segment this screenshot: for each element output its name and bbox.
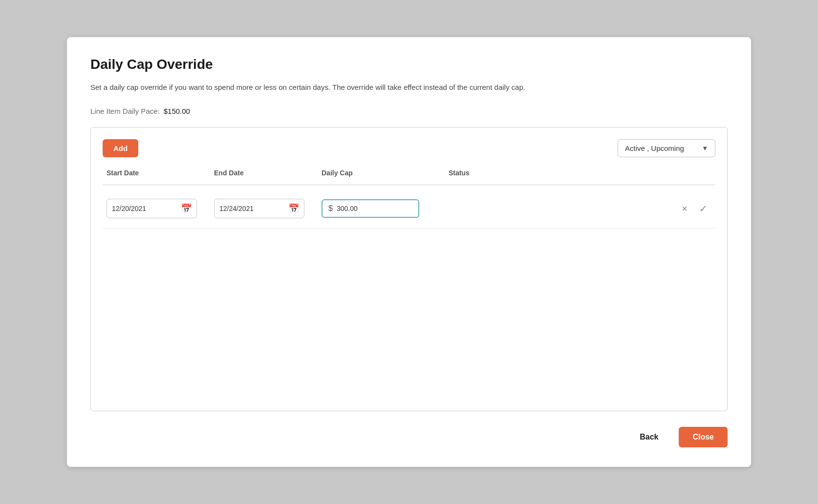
line-item-label: Line Item Daily Pace: — [90, 107, 160, 115]
table-toolbar: Add Active , Upcoming ▼ — [103, 139, 715, 157]
cell-daily-cap: $ — [318, 197, 445, 220]
line-item-value: $150.00 — [164, 107, 190, 115]
table-header: Start Date End Date Daily Cap Status — [103, 167, 715, 185]
cell-start-date: 12/20/2021 📅 — [103, 197, 210, 220]
header-status: Status — [445, 167, 542, 179]
end-date-value: 12/24/2021 — [219, 205, 284, 212]
close-button[interactable]: Close — [679, 427, 728, 447]
header-actions — [542, 167, 715, 179]
confirm-row-button[interactable]: ✓ — [699, 204, 708, 213]
status-filter-value: Active , Upcoming — [625, 144, 684, 152]
cell-end-date: 12/24/2021 📅 — [210, 197, 318, 220]
start-date-value: 12/20/2021 — [112, 205, 177, 212]
header-end-date: End Date — [210, 167, 318, 179]
cell-actions: × ✓ — [542, 202, 715, 215]
back-button[interactable]: Back — [631, 428, 667, 446]
cancel-row-button[interactable]: × — [682, 204, 688, 213]
header-start-date: Start Date — [103, 167, 210, 179]
calendar-icon-end[interactable]: 📅 — [288, 203, 299, 214]
add-button[interactable]: Add — [103, 139, 138, 157]
calendar-icon-start[interactable]: 📅 — [181, 203, 192, 214]
modal-description: Set a daily cap override if you want to … — [90, 82, 728, 93]
status-filter-dropdown[interactable]: Active , Upcoming ▼ — [618, 139, 715, 157]
daily-cap-input[interactable] — [337, 205, 412, 212]
table-row: 12/20/2021 📅 12/24/2021 📅 $ × ✓ — [103, 189, 715, 229]
chevron-down-icon: ▼ — [702, 145, 708, 152]
modal-title: Daily Cap Override — [90, 57, 728, 72]
line-item-info: Line Item Daily Pace: $150.00 — [90, 107, 728, 115]
end-date-input[interactable]: 12/24/2021 📅 — [214, 199, 304, 218]
header-daily-cap: Daily Cap — [318, 167, 445, 179]
table-container: Add Active , Upcoming ▼ Start Date End D… — [90, 127, 728, 412]
modal-footer: Back Close — [90, 427, 728, 447]
start-date-input[interactable]: 12/20/2021 📅 — [107, 199, 197, 218]
daily-cap-override-modal: Daily Cap Override Set a daily cap overr… — [67, 37, 751, 467]
cell-status — [445, 207, 542, 210]
daily-cap-input-wrapper: $ — [322, 199, 419, 218]
dollar-sign-icon: $ — [328, 204, 333, 213]
